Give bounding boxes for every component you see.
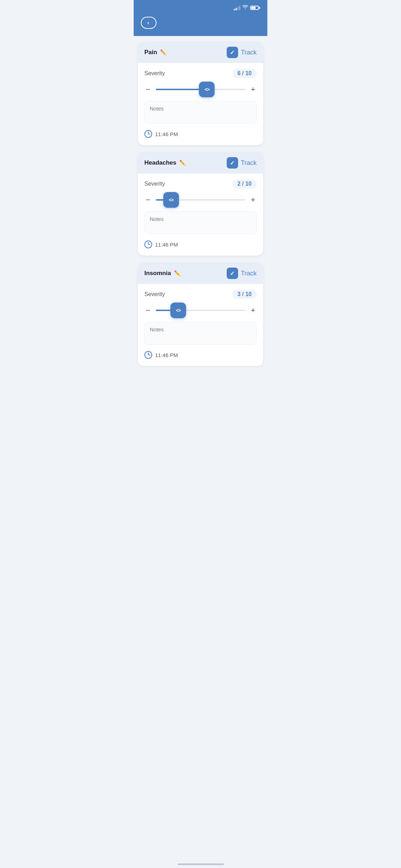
clock-icon-insomnia: [144, 351, 152, 359]
symptom-card-insomnia: Insomnia ✏️ ✓ Track Severity 3 / 10 −: [138, 263, 263, 366]
slider-thumb-pain[interactable]: <>: [199, 82, 215, 97]
wifi-icon: [242, 5, 248, 10]
slider-track-headaches[interactable]: <>: [156, 193, 245, 206]
slider-arrows-icon: <>: [176, 308, 180, 313]
battery-icon: [250, 6, 260, 10]
time-text-pain: 11:46 PM: [155, 131, 178, 137]
slider-row-pain: − <> +: [144, 83, 257, 96]
track-label-headaches: Track: [241, 159, 257, 167]
card-body-headaches: Severity 2 / 10 − <> + 11:46 PM: [138, 174, 263, 255]
severity-label: Severity: [144, 181, 165, 187]
card-header-headaches: Headaches ✏️ ✓ Track: [138, 152, 263, 174]
slider-plus-pain[interactable]: +: [250, 85, 257, 94]
edit-icon-insomnia[interactable]: ✏️: [174, 270, 181, 277]
check-icon: ✓: [230, 49, 235, 56]
card-title-row: Insomnia ✏️: [144, 270, 181, 277]
slider-minus-headaches[interactable]: −: [144, 195, 151, 205]
card-title-row: Pain ✏️: [144, 49, 167, 56]
time-text-insomnia: 11:46 PM: [155, 352, 178, 358]
severity-value-headaches: 2 / 10: [232, 179, 257, 188]
slider-arrows-icon: <>: [169, 197, 173, 203]
slider-thumb-headaches[interactable]: <>: [163, 192, 179, 208]
track-button-insomnia[interactable]: ✓ Track: [227, 268, 257, 279]
track-label-insomnia: Track: [241, 270, 257, 277]
symptom-card-pain: Pain ✏️ ✓ Track Severity 6 / 10 −: [138, 42, 263, 145]
edit-icon-headaches[interactable]: ✏️: [179, 160, 186, 166]
check-icon: ✓: [230, 160, 235, 166]
card-body-insomnia: Severity 3 / 10 − <> + 11:46 PM: [138, 284, 263, 366]
back-button[interactable]: ‹: [141, 17, 156, 29]
notes-input-headaches[interactable]: [144, 211, 257, 234]
severity-value-insomnia: 3 / 10: [232, 290, 257, 299]
severity-value-pain: 6 / 10: [232, 69, 257, 78]
slider-plus-insomnia[interactable]: +: [250, 306, 257, 315]
track-checkbox-headaches: ✓: [227, 157, 238, 169]
edit-icon-pain[interactable]: ✏️: [160, 49, 167, 56]
symptom-name-headaches: Headaches: [144, 159, 176, 166]
symptom-card-headaches: Headaches ✏️ ✓ Track Severity 2 / 10 −: [138, 152, 263, 255]
symptom-name-insomnia: Insomnia: [144, 270, 171, 277]
time-row-pain: 11:46 PM: [144, 129, 257, 139]
slider-track-insomnia[interactable]: <>: [156, 304, 245, 317]
severity-row-headaches: Severity 2 / 10: [144, 179, 257, 188]
clock-icon-pain: [144, 130, 152, 138]
track-checkbox-pain: ✓: [227, 47, 238, 58]
slider-arrows-icon: <>: [205, 87, 209, 92]
severity-label: Severity: [144, 70, 165, 77]
clock-icon-headaches: [144, 241, 152, 248]
slider-plus-headaches[interactable]: +: [250, 195, 257, 205]
main-content: Pain ✏️ ✓ Track Severity 6 / 10 −: [134, 36, 267, 372]
time-row-insomnia: 11:46 PM: [144, 350, 257, 360]
severity-row-insomnia: Severity 3 / 10: [144, 290, 257, 299]
slider-row-headaches: − <> +: [144, 193, 257, 206]
notes-input-pain[interactable]: [144, 101, 257, 124]
card-title-row: Headaches ✏️: [144, 159, 186, 166]
status-bar: [134, 0, 267, 13]
slider-row-insomnia: − <> +: [144, 304, 257, 317]
signal-icon: [234, 5, 240, 10]
track-label-pain: Track: [241, 49, 257, 56]
card-header-pain: Pain ✏️ ✓ Track: [138, 42, 263, 63]
slider-minus-pain[interactable]: −: [144, 85, 151, 94]
status-icons: [234, 5, 260, 10]
time-row-headaches: 11:46 PM: [144, 239, 257, 250]
check-icon: ✓: [230, 270, 235, 277]
card-header-insomnia: Insomnia ✏️ ✓ Track: [138, 263, 263, 284]
time-text-headaches: 11:46 PM: [155, 242, 178, 248]
severity-label: Severity: [144, 291, 165, 298]
card-body-pain: Severity 6 / 10 − <> + 11:46 PM: [138, 63, 263, 145]
chevron-left-icon: ‹: [147, 20, 149, 26]
slider-minus-insomnia[interactable]: −: [144, 306, 151, 315]
slider-track-pain[interactable]: <>: [156, 83, 245, 96]
track-checkbox-insomnia: ✓: [227, 268, 238, 279]
track-button-headaches[interactable]: ✓ Track: [227, 157, 257, 169]
app-header: ‹: [134, 13, 267, 36]
notes-input-insomnia[interactable]: [144, 322, 257, 345]
track-button-pain[interactable]: ✓ Track: [227, 47, 257, 58]
symptom-name-pain: Pain: [144, 49, 157, 56]
slider-thumb-insomnia[interactable]: <>: [170, 303, 186, 318]
severity-row-pain: Severity 6 / 10: [144, 69, 257, 78]
